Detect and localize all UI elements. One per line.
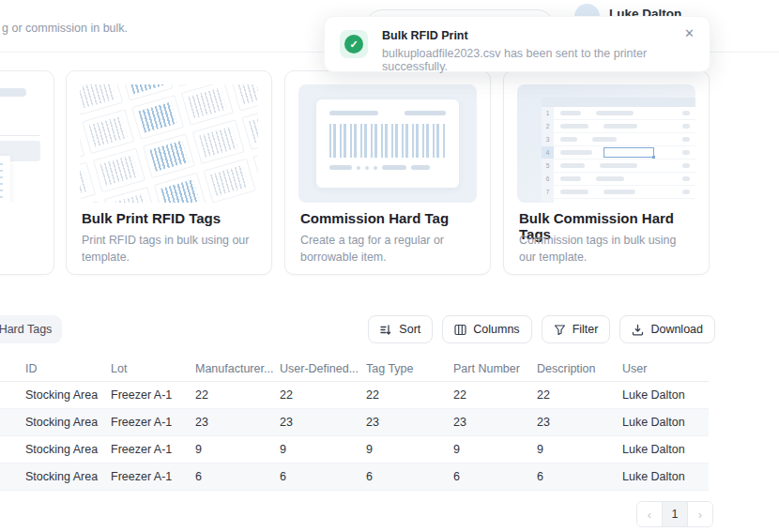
- table-cell: 9: [453, 436, 537, 464]
- app-root: g or commission in bulk. Luke Dalton ✓ B…: [0, 0, 779, 532]
- pagination: ‹ 1 ›: [636, 501, 713, 527]
- tag-tile: [131, 95, 184, 140]
- tag-tile: [82, 109, 134, 154]
- table-row[interactable]: Stocking AreaFreezer A-12222222222Luke D…: [0, 382, 709, 409]
- sheet-row: 2: [542, 120, 695, 133]
- sheet-row: 8: [542, 199, 695, 203]
- tag-tile: [181, 84, 234, 126]
- filter-button[interactable]: Filter: [542, 315, 611, 343]
- printer-illustration: [0, 84, 40, 203]
- selected-cell: [603, 147, 654, 158]
- table-cell: 23: [537, 409, 622, 436]
- card-description: Commission tags in bulk using our templa…: [519, 233, 695, 266]
- spreadsheet-illustration: 123456789: [517, 84, 695, 203]
- tag-tile: [93, 148, 145, 193]
- column-header[interactable]: Tag Type: [366, 356, 453, 382]
- columns-button[interactable]: Columns: [442, 315, 531, 343]
- table-cell: 9: [366, 436, 453, 464]
- card-title: Commission Hard Tag: [300, 210, 449, 226]
- sort-icon: [380, 324, 392, 336]
- table-cell: Luke Dalton: [622, 382, 709, 409]
- next-page-button[interactable]: ›: [687, 502, 712, 526]
- toast-notification: ✓ Bulk RFID Print bulkuploadfile2023.csv…: [324, 16, 710, 72]
- check-icon: ✓: [344, 35, 363, 53]
- column-header[interactable]: ID: [0, 356, 111, 382]
- close-icon[interactable]: ✕: [684, 26, 695, 40]
- column-header[interactable]: User: [622, 356, 709, 382]
- table-cell: 22: [453, 382, 537, 409]
- table-cell: 22: [366, 382, 453, 409]
- filter-icon: [554, 324, 566, 336]
- table-cell: 23: [195, 409, 280, 436]
- sort-label: Sort: [399, 323, 420, 336]
- table-cell: 6: [195, 464, 280, 491]
- sheet-row: 1: [542, 107, 695, 120]
- current-page[interactable]: 1: [662, 502, 687, 526]
- tag-tile: [80, 162, 96, 203]
- column-header[interactable]: User-Defined...: [280, 356, 366, 382]
- barcode-illustration: [298, 84, 477, 203]
- table-cell: Stocking Area: [0, 382, 111, 409]
- tag-tile: [154, 173, 206, 203]
- column-header[interactable]: Part Number: [453, 356, 537, 382]
- table-cell: Luke Dalton: [622, 409, 709, 436]
- table-cell: 22: [195, 382, 280, 409]
- toast-message: bulkuploadfile2023.csv has been sent to …: [382, 47, 710, 73]
- sort-button[interactable]: Sort: [368, 315, 433, 343]
- table-cell: Freezer A-1: [111, 464, 195, 491]
- table-cell: 9: [280, 436, 366, 464]
- tag-tile: [143, 133, 195, 178]
- card-title: Bulk Print RFID Tags: [82, 210, 221, 226]
- table-cell: Stocking Area: [0, 409, 111, 436]
- download-button[interactable]: Download: [619, 315, 715, 343]
- download-label: Download: [650, 323, 703, 336]
- table-cell: Stocking Area: [0, 436, 111, 464]
- tab-hard-tags[interactable]: Hard Tags: [0, 315, 62, 343]
- sheet-row: 3: [542, 133, 695, 146]
- table-row[interactable]: Stocking AreaFreezer A-199999Luke Dalton: [0, 436, 709, 464]
- table-cell: 23: [366, 409, 453, 436]
- table-cell: Freezer A-1: [111, 382, 195, 409]
- columns-icon: [454, 324, 466, 336]
- card-commission-hard-tag[interactable]: Commission Hard Tag Create a tag for a r…: [284, 70, 491, 275]
- sheet-row: 7: [542, 186, 695, 199]
- card-bulk-commission-hard-tags[interactable]: 123456789 Bulk Commission Hard Tags Comm…: [503, 70, 710, 275]
- rfid-tags-illustration: [80, 84, 258, 203]
- tag-grid: [80, 84, 258, 203]
- card-print-rfid-partial[interactable]: [0, 70, 54, 275]
- card-bulk-print-rfid-tags[interactable]: Bulk Print RFID Tags Print RFID tags in …: [66, 70, 272, 275]
- barcode-icon: [329, 124, 446, 158]
- table-cell: Luke Dalton: [622, 464, 709, 491]
- filter-label: Filter: [573, 323, 599, 336]
- table-cell: 9: [537, 436, 622, 464]
- card-description: Create a tag for a regular or borrowable…: [300, 233, 477, 266]
- table-toolbar: Sort Columns Filter Download: [368, 315, 715, 343]
- hard-tags-table: IDLotManufacturer...User-Defined...Tag T…: [0, 356, 709, 491]
- toast-title: Bulk RFID Print: [382, 29, 468, 42]
- table-cell: 6: [280, 464, 366, 491]
- card-description: Print RFID tags in bulk using our templa…: [82, 233, 258, 266]
- table-cell: Stocking Area: [0, 464, 111, 491]
- table-cell: 23: [280, 409, 366, 436]
- tag-tile: [80, 201, 107, 203]
- column-header[interactable]: Manufacturer...: [195, 356, 280, 382]
- table-cell: 6: [537, 464, 622, 491]
- tag-tile: [231, 84, 258, 112]
- page-subtitle: g or commission in bulk.: [2, 22, 128, 35]
- table-cell: Freezer A-1: [111, 409, 195, 436]
- tag-tile: [204, 159, 256, 203]
- column-header[interactable]: Lot: [111, 356, 195, 382]
- sheet-row: 4: [542, 146, 695, 160]
- table-cell: 6: [453, 464, 537, 491]
- sheet-rows: 123456789: [542, 107, 695, 203]
- table-cell: Freezer A-1: [111, 436, 195, 464]
- table-row[interactable]: Stocking AreaFreezer A-166666Luke Dalton: [0, 464, 709, 491]
- table-cell: 23: [453, 409, 537, 436]
- table-body: Stocking AreaFreezer A-12222222222Luke D…: [0, 382, 709, 491]
- prev-page-button[interactable]: ‹: [637, 502, 662, 526]
- success-icon: ✓: [340, 30, 368, 58]
- column-header[interactable]: Description: [537, 356, 622, 382]
- table-row[interactable]: Stocking AreaFreezer A-12323232323Luke D…: [0, 409, 709, 436]
- table-cell: 9: [195, 436, 280, 464]
- table-cell: 22: [280, 382, 366, 409]
